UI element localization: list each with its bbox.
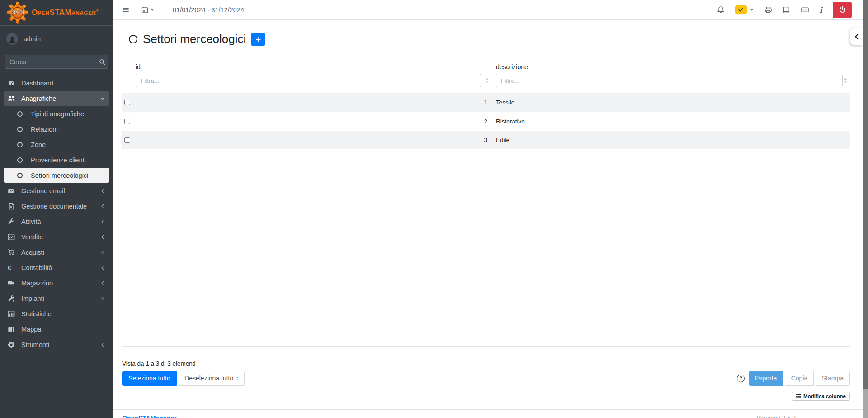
sidebar-toggle-button[interactable] xyxy=(121,5,130,14)
filter-input-descrizione[interactable] xyxy=(496,74,843,87)
cart-icon xyxy=(8,249,15,256)
row-checkbox[interactable] xyxy=(124,137,130,143)
sidebar-item-strumenti[interactable]: Strumenti xyxy=(4,337,109,352)
sidebar-item-gestione-documentale[interactable]: Gestione documentale xyxy=(4,199,109,214)
footer-brand-link[interactable]: OpenSTAManager xyxy=(122,414,176,418)
sidebar-item-settori-merceologici[interactable]: Settori merceologici xyxy=(4,168,109,183)
chevron-left-icon xyxy=(100,265,105,271)
deselect-all-button[interactable]: Deseleziona tutto0 xyxy=(179,371,245,386)
sidebar-item-magazzino[interactable]: Magazzino xyxy=(4,276,109,290)
circle-icon xyxy=(17,127,23,132)
copy-button[interactable]: Copia xyxy=(785,371,814,386)
printer-icon[interactable] xyxy=(764,6,772,14)
sidebar-item-provenienze-clienti[interactable]: Provenienze clienti xyxy=(4,152,109,167)
power-icon xyxy=(839,6,846,14)
filter-input-id[interactable] xyxy=(136,74,481,87)
keyboard-icon[interactable] xyxy=(801,6,809,14)
chevron-down-icon xyxy=(100,96,105,101)
status-dropdown[interactable] xyxy=(735,5,754,14)
brand[interactable]: OSM OpenSTAManager® xyxy=(0,0,113,26)
sidebar-item-label: Tipi di anagrafiche xyxy=(31,110,84,118)
column-header-label[interactable]: descrizione xyxy=(496,63,850,71)
bell-icon[interactable] xyxy=(717,6,725,14)
scrollbar[interactable] xyxy=(863,0,868,418)
select-all-button[interactable]: Seleziona tutto xyxy=(122,371,177,386)
map-icon xyxy=(8,326,15,333)
search-input[interactable] xyxy=(5,55,96,69)
sidebar-item-contabilita[interactable]: € Contabilità xyxy=(4,260,109,275)
sidebar-item-mappa[interactable]: Mappa xyxy=(4,322,109,337)
row-id: 3 xyxy=(484,137,491,143)
chevron-left-icon xyxy=(100,342,105,347)
table-row[interactable]: 2 Ristorativo xyxy=(122,112,850,130)
gear-icon xyxy=(8,341,15,348)
sidebar-item-gestione-email[interactable]: Gestione email xyxy=(4,183,109,198)
search-icon xyxy=(99,59,105,65)
sidebar-item-label: Statistiche xyxy=(21,310,52,318)
sidebar-item-anagrafiche[interactable]: Anagrafiche xyxy=(4,91,109,106)
export-button[interactable]: Esporta xyxy=(749,371,783,386)
brand-name: OpenSTAManager® xyxy=(32,8,99,17)
circle-icon xyxy=(17,111,23,117)
add-record-button[interactable]: + xyxy=(251,33,265,46)
sort-icon[interactable] xyxy=(485,78,489,83)
sidebar-item-attivita[interactable]: Attività xyxy=(4,214,109,229)
sidebar-item-impianti[interactable]: Impianti xyxy=(4,291,109,306)
registered-mark: ® xyxy=(96,9,99,13)
sidebar-item-label: Settori merceologici xyxy=(31,172,88,179)
list-icon xyxy=(796,394,801,399)
caret-down-icon xyxy=(750,8,754,12)
export-buttons: Esporta Copia Stampa xyxy=(749,371,850,386)
tools-icon xyxy=(8,295,15,302)
row-checkbox[interactable] xyxy=(124,100,130,105)
chart-line-icon xyxy=(8,233,15,241)
sort-icon[interactable] xyxy=(844,78,847,83)
column-id[interactable]: id xyxy=(122,63,491,87)
page-head: Settori merceologici + xyxy=(129,32,265,46)
book-icon[interactable] xyxy=(783,6,790,14)
table-row[interactable]: 1 Tessile xyxy=(122,93,850,112)
column-descrizione[interactable]: descrizione xyxy=(491,63,850,87)
euro-icon: € xyxy=(8,264,11,271)
sidebar-item-label: Gestione documentale xyxy=(21,203,87,210)
panel-collapse-button[interactable] xyxy=(850,28,863,45)
selection-buttons: Seleziona tutto Deseleziona tutto0 xyxy=(122,371,245,386)
sidebar-item-vendite[interactable]: Vendite xyxy=(4,229,109,244)
column-header-label[interactable]: id xyxy=(136,63,491,71)
date-range[interactable]: 01/01/2024 - 31/12/2024 xyxy=(173,6,244,14)
sidebar-item-statistiche[interactable]: Statistiche xyxy=(4,306,109,321)
row-descrizione: Tessile xyxy=(491,99,850,106)
edit-columns-button[interactable]: Modifica colonne xyxy=(792,392,850,401)
print-button[interactable]: Stampa xyxy=(816,371,850,386)
scrollbar-thumb[interactable] xyxy=(863,0,868,389)
table-header: id descrizione xyxy=(122,63,850,93)
sidebar-item-zone[interactable]: Zone xyxy=(4,137,109,152)
info-icon[interactable]: i xyxy=(820,5,822,14)
sidebar-item-relazioni[interactable]: Relazioni xyxy=(4,122,109,137)
sidebar-item-acquisti[interactable]: Acquisti xyxy=(4,245,109,260)
search-button[interactable] xyxy=(96,55,108,69)
wrench-icon xyxy=(8,218,15,225)
sidebar-item-dashboard[interactable]: Dashboard xyxy=(4,76,109,90)
footer-version: Versione 2.5.2 xyxy=(757,414,796,418)
row-id: 1 xyxy=(484,99,491,106)
chevron-left-icon xyxy=(100,204,105,209)
page-title: Settori merceologici xyxy=(143,32,246,46)
table-row[interactable]: 3 Edile xyxy=(122,130,850,149)
sidebar-item-label: Zone xyxy=(31,141,46,148)
row-checkbox[interactable] xyxy=(124,119,130,124)
sidebar-item-tipi-di-anagrafiche[interactable]: Tipi di anagrafiche xyxy=(4,106,109,121)
deselect-all-label: Deseleziona tutto xyxy=(184,375,233,382)
user-panel[interactable]: admin xyxy=(0,26,113,50)
question-icon[interactable]: ? xyxy=(737,375,745,382)
records-table: id descrizione 1 Tessile xyxy=(122,63,850,149)
hamburger-icon xyxy=(122,6,129,14)
circle-icon xyxy=(17,173,23,178)
chevron-left-icon xyxy=(100,219,105,224)
chevron-left-icon xyxy=(100,280,105,286)
sidebar-item-label: Mappa xyxy=(21,326,41,333)
logout-button[interactable] xyxy=(833,2,852,18)
calendar-icon xyxy=(141,6,148,14)
calendar-button[interactable] xyxy=(140,5,156,14)
divider xyxy=(122,346,850,347)
